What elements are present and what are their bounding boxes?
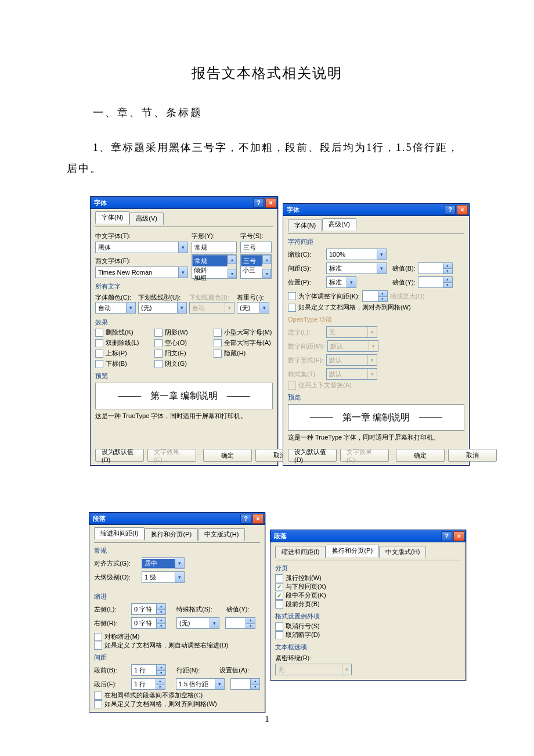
tab-line-break[interactable]: 换行和分页(P): [145, 528, 198, 541]
spin-down-icon[interactable]: ▾: [443, 283, 452, 288]
close-icon[interactable]: ×: [252, 514, 264, 524]
font-size-list[interactable]: 三号 小三 ▴▾: [240, 254, 272, 279]
default-button[interactable]: 设为默认值(D): [288, 449, 337, 462]
help-icon[interactable]: ?: [441, 531, 452, 541]
list-item[interactable]: 倾斜: [192, 267, 228, 274]
spin-down-icon[interactable]: ▾: [443, 269, 452, 274]
outline-level-select[interactable]: 1 级▾: [142, 571, 185, 583]
tab-font[interactable]: 字体(N): [95, 211, 129, 224]
spacing-select[interactable]: 标准▾: [326, 262, 387, 274]
font-size-input[interactable]: 三号: [240, 242, 272, 253]
scroll-down-icon[interactable]: ▾: [228, 269, 236, 278]
tab-font[interactable]: 字体(N): [288, 219, 322, 232]
space-after-spinner[interactable]: 1 行▴▾: [131, 678, 165, 690]
chk-outline[interactable]: 空心(O): [154, 339, 214, 347]
chk-kerning[interactable]: 为字体调整字间距(K):: [288, 292, 360, 301]
chevron-down-icon: ▾: [342, 664, 351, 675]
tab-advanced[interactable]: 高级(V): [129, 213, 164, 225]
tab-indent-spacing[interactable]: 缩进和间距(I): [94, 527, 145, 539]
spin-down-icon[interactable]: ▾: [156, 685, 165, 690]
spin-up-icon[interactable]: ▴: [443, 263, 452, 269]
line-spacing-select[interactable]: 1.5 倍行距▾: [176, 678, 225, 690]
chk-shadow[interactable]: 阴影(W): [154, 328, 214, 337]
space-before-spinner[interactable]: 1 行▴▾: [131, 664, 166, 676]
right-indent-spinner[interactable]: 0 字符▴▾: [131, 617, 166, 629]
alignment-select[interactable]: 居中▾: [142, 557, 185, 569]
spin-down-icon[interactable]: ▾: [251, 685, 259, 690]
cn-font-select[interactable]: 黑体▾: [95, 242, 188, 253]
spin-down-icon[interactable]: ▾: [157, 671, 165, 676]
chk-page-break-before[interactable]: 段前分页(B): [275, 600, 461, 609]
en-font-select[interactable]: Times New Roman▾: [95, 267, 188, 278]
list-item[interactable]: 常规: [192, 255, 228, 267]
spacing-value-spinner[interactable]: ▴▾: [418, 262, 453, 274]
close-icon[interactable]: ×: [457, 205, 468, 215]
spin-up-icon[interactable]: ▴: [157, 604, 165, 610]
number-spacing-select: 默认▾: [327, 340, 378, 352]
chk-auto-indent[interactable]: 如果定义了文档网格，则自动调整右缩进(D): [94, 641, 260, 650]
chk-strike[interactable]: 删除线(K): [95, 328, 154, 337]
spin-up-icon[interactable]: ▴: [251, 679, 259, 685]
ok-button[interactable]: 确定: [203, 449, 252, 462]
scale-select[interactable]: 100%▾: [326, 249, 387, 260]
chk-suppress-line-num[interactable]: 取消行号(S): [275, 622, 461, 631]
spin-up-icon[interactable]: ▴: [246, 618, 255, 624]
ok-button[interactable]: 确定: [396, 449, 445, 462]
chk-widow-control[interactable]: 孤行控制(W): [275, 574, 461, 582]
position-select[interactable]: 标准▾: [326, 276, 356, 288]
help-icon[interactable]: ?: [240, 514, 251, 524]
chk-double-strike[interactable]: 双删除线(L): [95, 339, 154, 347]
chk-mirror-indent[interactable]: 对称缩进(M): [94, 632, 260, 641]
chk-keep-together[interactable]: ✓段中不分页(K): [275, 591, 461, 600]
spin-down-icon[interactable]: ▾: [157, 610, 165, 615]
chk-hidden[interactable]: 隐藏(H): [214, 349, 273, 358]
spin-down-icon[interactable]: ▾: [246, 624, 255, 629]
tab-cjk[interactable]: 中文版式(H): [198, 528, 245, 541]
spin-up-icon[interactable]: ▴: [157, 618, 165, 624]
cancel-button[interactable]: 取消: [448, 449, 497, 462]
scroll-up-icon[interactable]: ▴: [228, 255, 236, 264]
scroll-up-icon[interactable]: ▴: [262, 255, 271, 264]
spin-up-icon[interactable]: ▴: [378, 291, 387, 297]
chk-snap-to-grid[interactable]: 如果定义了文档网格，则对齐到网格(W): [94, 700, 260, 708]
spin-up-icon[interactable]: ▴: [443, 277, 452, 283]
chk-keep-with-next[interactable]: ✓与下段同页(X): [275, 582, 461, 591]
chk-no-hyphenation[interactable]: 取消断字(D): [275, 631, 461, 639]
font-color-select[interactable]: 自动▾: [95, 302, 136, 314]
chk-snap-grid[interactable]: 如果定义了文档网格，则对齐到网格(W): [288, 303, 464, 312]
spin-down-icon[interactable]: ▾: [378, 297, 387, 302]
list-item[interactable]: 加粗: [192, 274, 228, 282]
close-icon[interactable]: ×: [453, 531, 464, 541]
font-style-input[interactable]: 常规: [192, 242, 237, 253]
spin-down-icon[interactable]: ▾: [157, 624, 165, 629]
list-item[interactable]: 三号: [241, 255, 262, 267]
chk-engrave[interactable]: 阴文(G): [154, 359, 214, 368]
at-value-spinner[interactable]: ▴▾: [230, 678, 260, 690]
help-icon[interactable]: ?: [253, 198, 264, 208]
special-format-select[interactable]: (无)▾: [176, 617, 219, 629]
tab-line-break[interactable]: 换行和分页(P): [326, 545, 379, 557]
position-value-spinner[interactable]: ▴▾: [418, 276, 453, 288]
chk-superscript[interactable]: 上标(P): [95, 349, 154, 358]
tab-indent-spacing[interactable]: 缩进和间距(I): [275, 546, 326, 558]
font-style-list[interactable]: 常规 倾斜 加粗 ▴▾: [192, 254, 237, 279]
emphasis-select[interactable]: (无)▾: [237, 302, 269, 314]
underline-select[interactable]: (无)▾: [138, 302, 187, 314]
chk-subscript[interactable]: 下标(B): [95, 359, 154, 368]
close-icon[interactable]: ×: [265, 198, 276, 208]
chk-emboss[interactable]: 阳文(E): [154, 349, 214, 358]
chk-all-caps[interactable]: 全部大写字母(A): [214, 339, 273, 347]
help-icon[interactable]: ?: [445, 205, 456, 215]
spin-up-icon[interactable]: ▴: [156, 679, 165, 685]
tab-advanced[interactable]: 高级(V): [322, 218, 356, 231]
scroll-down-icon[interactable]: ▾: [262, 269, 271, 278]
tab-cjk[interactable]: 中文版式(H): [379, 546, 426, 558]
chk-no-space-same-style[interactable]: 在相同样式的段落间不添加空格(C): [94, 691, 260, 700]
special-value-spinner[interactable]: ▴▾: [225, 617, 255, 629]
left-indent-spinner[interactable]: 0 字符▴▾: [131, 603, 166, 615]
list-item[interactable]: 小三: [241, 267, 262, 274]
default-button[interactable]: 设为默认值(D): [95, 449, 144, 462]
spin-up-icon[interactable]: ▴: [157, 665, 165, 671]
chk-small-caps[interactable]: 小型大写字母(M): [214, 328, 273, 337]
kerning-spinner[interactable]: ▴▾: [362, 290, 388, 302]
